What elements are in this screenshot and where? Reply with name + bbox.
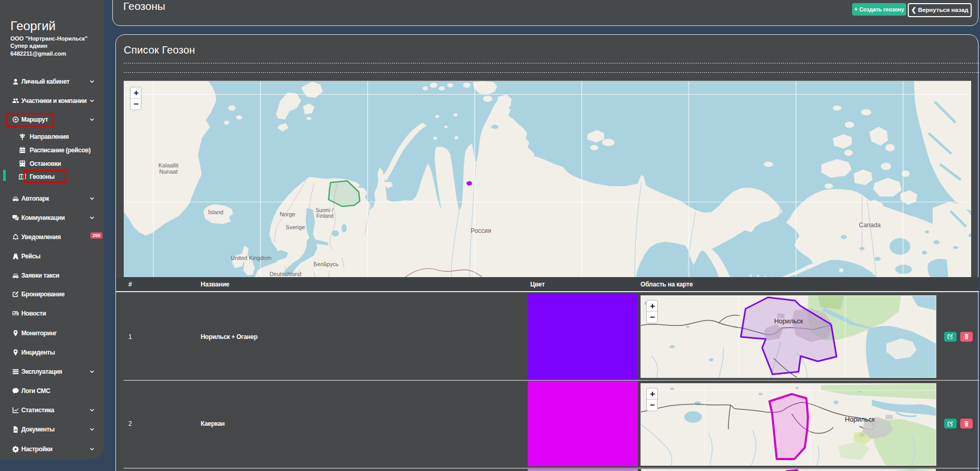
- svg-text:Nunaat: Nunaat: [159, 168, 177, 175]
- svg-text:Ísland: Ísland: [208, 209, 223, 215]
- svg-text:Беларусь: Беларусь: [313, 261, 338, 267]
- svg-text:Norge: Norge: [280, 211, 295, 217]
- svg-text:Норильск: Норильск: [845, 415, 875, 423]
- svg-text:Canada: Canada: [859, 221, 881, 229]
- svg-text:United Kingdom: United Kingdom: [231, 255, 271, 261]
- svg-text:Deutschland: Deutschland: [269, 271, 301, 277]
- svg-text:Норильск: Норильск: [774, 318, 803, 325]
- svg-text:Finland: Finland: [317, 213, 334, 219]
- svg-text:Россия: Россия: [471, 227, 491, 234]
- svg-text:Suomi /: Suomi /: [316, 207, 333, 213]
- svg-text:Kalaallit: Kalaallit: [159, 162, 179, 168]
- svg-text:Sverige: Sverige: [285, 224, 305, 230]
